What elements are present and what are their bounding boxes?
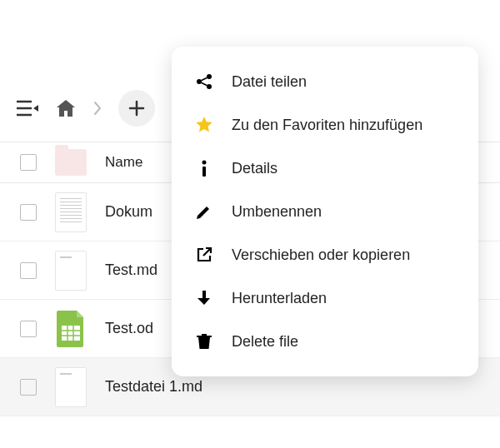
menu-item-label: Verschieben oder kopieren [232, 246, 410, 264]
file-name: Test.md [105, 261, 158, 279]
folder-icon [55, 149, 87, 176]
home-button[interactable] [55, 98, 77, 118]
menu-item-label: Delete file [232, 333, 298, 351]
row-checkbox[interactable] [20, 262, 37, 279]
file-name: Test.od [105, 320, 153, 337]
context-menu: Datei teilen Zu den Favoriten hinzufügen… [172, 47, 478, 376]
file-thumbnail-spreadsheet-icon [55, 309, 87, 349]
info-icon [195, 159, 213, 177]
row-checkbox[interactable] [20, 321, 37, 337]
menu-item-share[interactable]: Datei teilen [172, 60, 478, 103]
svg-point-1 [207, 74, 212, 79]
row-checkbox[interactable] [20, 204, 37, 221]
menu-item-rename[interactable]: Umbenennen [172, 190, 478, 233]
menu-item-label: Datei teilen [232, 73, 307, 91]
svg-point-3 [207, 84, 212, 89]
menu-toggle-button[interactable] [17, 100, 38, 117]
breadcrumb-chevron-icon [93, 101, 102, 116]
menu-item-move-copy[interactable]: Verschieben oder kopieren [172, 233, 478, 276]
menu-item-label: Herunterladen [232, 290, 327, 307]
trash-icon [195, 332, 213, 351]
select-all-checkbox[interactable] [20, 154, 37, 171]
external-icon [195, 246, 213, 264]
svg-point-2 [197, 79, 202, 84]
download-icon [195, 289, 213, 307]
star-icon [195, 116, 213, 134]
menu-item-label: Details [232, 160, 278, 177]
add-button[interactable] [118, 90, 155, 127]
file-thumbnail-text-icon [55, 367, 87, 407]
menu-item-download[interactable]: Herunterladen [172, 276, 478, 320]
pencil-icon [195, 202, 213, 221]
menu-item-delete[interactable]: Delete file [172, 320, 478, 363]
menu-item-label: Umbenennen [232, 203, 322, 221]
menu-item-details[interactable]: Details [172, 147, 478, 190]
column-header-name[interactable]: Name [105, 154, 142, 171]
menu-item-favorite[interactable]: Zu den Favoriten hinzufügen [172, 103, 478, 147]
svg-rect-5 [202, 167, 206, 177]
share-icon [195, 72, 213, 91]
row-checkbox[interactable] [20, 379, 37, 396]
file-name: Testdatei 1.md [105, 378, 202, 396]
file-name: Dokum [105, 203, 152, 221]
svg-rect-0 [62, 326, 80, 341]
file-thumbnail-document-icon [55, 192, 87, 232]
file-thumbnail-text-icon [55, 251, 87, 291]
menu-item-label: Zu den Favoriten hinzufügen [232, 117, 422, 134]
svg-point-4 [202, 161, 207, 165]
